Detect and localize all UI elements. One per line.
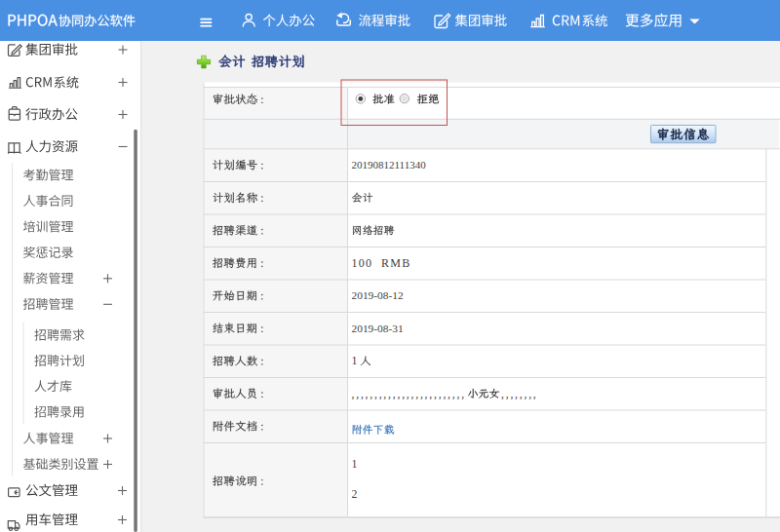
svg-text:,,,,,,,,,,,,,,,,,,,,,,,,,: ,,,,,,,,,,,,,,,,,,,,,,,,, bbox=[352, 388, 466, 400]
svg-text:1: 1 bbox=[352, 457, 358, 471]
svg-text:1: 1 bbox=[352, 354, 358, 367]
svg-text:,,,,,,,,: ,,,,,,,, bbox=[501, 388, 538, 400]
svg-text:2019-08-31: 2019-08-31 bbox=[352, 323, 404, 334]
svg-text:20190812111340: 20190812111340 bbox=[352, 159, 427, 171]
svg-text:2: 2 bbox=[352, 487, 358, 501]
svg-text:100 RMB: 100 RMB bbox=[352, 256, 411, 270]
svg-text:2019-08-12: 2019-08-12 bbox=[352, 289, 404, 301]
